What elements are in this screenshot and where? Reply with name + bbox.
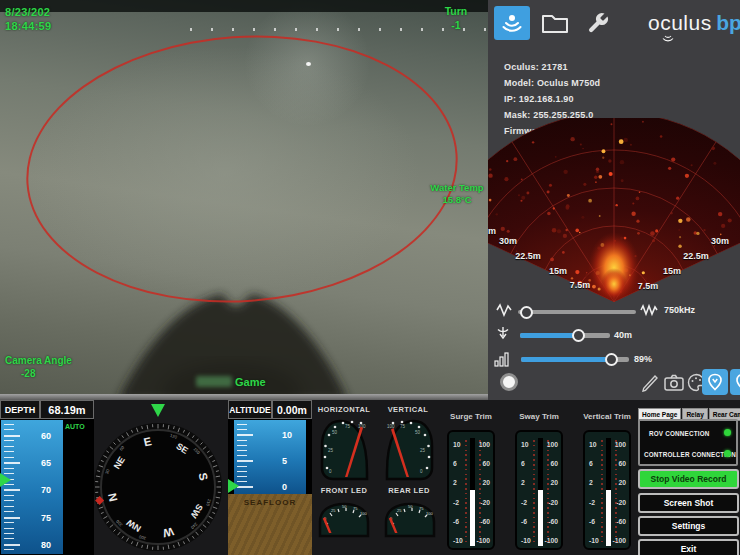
osd-camera-angle-value: -28 [5, 367, 72, 380]
range-slider-fill [520, 333, 578, 338]
front-led-gauge: 0 25 50 75 100 [316, 500, 372, 540]
seafloor-indicator: SEAFLOOR [228, 494, 312, 555]
trim-scale-left: -6 [589, 517, 595, 524]
depth-module: DEPTH 68.19m 6065707580 AUTO [0, 400, 94, 555]
osd-water-temp-value: 15.8°C [428, 194, 486, 206]
altitude-tick-label: 10 [282, 430, 292, 440]
horizontal-label: HORIZONTAL [316, 405, 372, 414]
altitude-tick [237, 450, 247, 451]
svg-text:50: 50 [342, 504, 347, 509]
trim-scale-left: -10 [521, 537, 531, 544]
sonar-record-button[interactable] [500, 373, 518, 391]
depth-tick-label: 60 [41, 431, 51, 441]
redacted-text-blur [196, 376, 232, 387]
gain-slider-fill [521, 357, 611, 362]
logo-suffix: bp [716, 11, 740, 34]
depth-tick [4, 468, 14, 469]
trim-scale-right: 20 [618, 479, 626, 486]
svg-text:50: 50 [332, 430, 338, 435]
pencil-icon[interactable] [640, 371, 660, 393]
trim-minor-ticks [547, 440, 549, 544]
compass-module: NNEESESSWWNW3060120150210240300330 [94, 400, 228, 555]
stop-video-record-button[interactable]: Stop Video Record [638, 469, 739, 489]
trim-scale-left: -2 [453, 498, 459, 505]
marker-button-2[interactable] [730, 369, 740, 395]
logo-text: oculus [648, 11, 712, 34]
camera-icon[interactable] [664, 374, 684, 391]
trim-gauge: 1062-2-6-101006020-20-60-100 [515, 430, 563, 550]
gain-value: 89% [634, 354, 652, 364]
frequency-slider-knob[interactable] [520, 306, 533, 319]
rov-connection-label: ROV CONNECTION [649, 430, 710, 437]
trim-bar-upper [606, 438, 611, 490]
trim-scale-left: 10 [521, 441, 529, 448]
svg-text:100: 100 [426, 511, 433, 516]
settings-button[interactable]: Settings [638, 516, 739, 536]
trim-scale-left: 6 [521, 460, 525, 467]
waveform-icon [496, 303, 512, 317]
camera-feed: 8/23/202 18:44:59 Turn -1 Water Temp 15.… [0, 0, 488, 394]
range-slider-track[interactable] [520, 333, 610, 338]
trim-scale-right: -20 [616, 498, 626, 505]
range-label: m [488, 226, 496, 236]
front-led-label: FRONT LED [316, 486, 372, 495]
range-slider-knob[interactable] [572, 329, 585, 342]
trim-scale-left: 2 [589, 479, 593, 486]
altitude-tick [237, 466, 247, 467]
connection-status-box: ROV CONNECTION CONTROLLER CONNECTION [638, 419, 738, 466]
altitude-title: ALTITUDE [228, 400, 272, 419]
svg-text:25: 25 [331, 508, 336, 513]
sonar-mode-button[interactable] [494, 6, 530, 40]
range-label: 15m [549, 266, 567, 276]
trim-scale-right: 60 [618, 460, 626, 467]
trim-scale-left: -2 [521, 498, 527, 505]
gain-slider-knob[interactable] [605, 353, 618, 366]
depth-tick [4, 435, 20, 437]
exit-button[interactable]: Exit [638, 539, 739, 555]
range-label: 30m [711, 236, 729, 246]
trim-scale-right: 20 [550, 479, 558, 486]
depth-tick [4, 446, 14, 447]
trim-scale-right: -20 [548, 498, 558, 505]
screen-shot-button[interactable]: Screen Shot [638, 493, 739, 513]
svg-text:75: 75 [345, 424, 351, 429]
trim-gauges: Surge Trim1062-2-6-101006020-20-60-100Sw… [436, 400, 636, 555]
depth-tick-label: 65 [41, 458, 51, 468]
trim-minor-ticks [479, 440, 481, 544]
depth-tick [4, 424, 14, 425]
wrench-icon [586, 11, 610, 35]
depth-scale: 6065707580 [1, 420, 63, 554]
info-serial: Oculus: 21781 [504, 62, 600, 72]
range-icon [495, 326, 511, 342]
svg-text:100: 100 [387, 424, 395, 429]
open-file-button[interactable] [538, 8, 572, 38]
dual-waveform-icon [640, 303, 658, 317]
frequency-slider-track[interactable] [518, 310, 636, 314]
depth-tick [4, 549, 14, 550]
trim-bar-upper [470, 438, 475, 490]
altitude-scale: 0510 [234, 420, 306, 494]
trim-scale-left: 6 [453, 460, 457, 467]
osd-water-temp: Water Temp 15.8°C [428, 182, 486, 206]
osd-turn: Turn -1 [434, 4, 478, 32]
trim-bar-lower [538, 490, 543, 546]
osd-turn-value: -1 [434, 18, 478, 32]
rear-led-gauge: 0 25 50 75 100 [382, 500, 438, 540]
depth-tick [4, 538, 14, 539]
depth-tick [4, 522, 14, 523]
depth-auto-label: AUTO [65, 423, 85, 430]
settings-wrench-button[interactable] [584, 8, 612, 38]
trim-minor-ticks [601, 440, 603, 544]
osd-camera-angle-label: Camera Angle [5, 354, 72, 367]
depth-tick [4, 500, 14, 501]
control-panel: Home PageRelayRear Camera ROV CONNECTION… [637, 400, 740, 555]
info-ip: IP: 192.168.1.90 [504, 94, 600, 104]
depth-tick [4, 495, 14, 496]
rear-led-label: REAR LED [384, 486, 434, 495]
trim-bar-upper [538, 438, 543, 490]
marker-button-1[interactable] [702, 369, 728, 395]
vertical-label: VERTICAL [382, 405, 434, 414]
osd-camera-angle: Camera Angle -28 [5, 354, 72, 380]
depth-tick [4, 517, 20, 519]
altitude-tick-label: 0 [282, 482, 287, 492]
